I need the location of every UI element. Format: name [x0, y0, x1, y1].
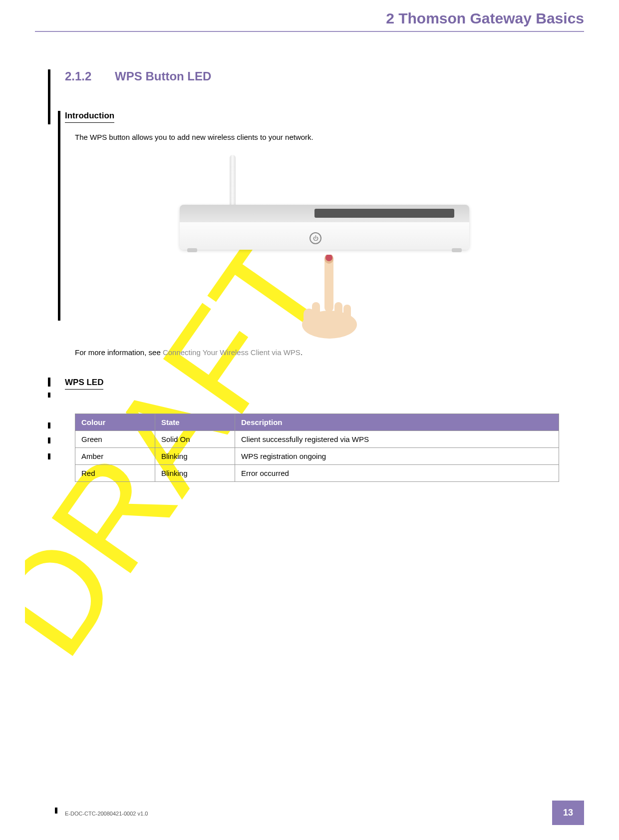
wps-button-icon: ⏻ [310, 232, 321, 244]
introduction-heading: Introduction [65, 111, 114, 123]
router-antenna [230, 155, 236, 210]
router-illustration: ⏻ [65, 147, 584, 337]
wps-link[interactable]: Connecting Your Wireless Client via WPS [163, 348, 301, 357]
col-header-description: Description [235, 414, 559, 431]
wps-led-table: Colour State Description Green Solid On … [75, 414, 559, 482]
col-header-colour: Colour [75, 414, 155, 431]
page-number: 13 [552, 801, 584, 825]
page-footer: E-DOC-CTC-20080421-0002 v1.0 13 [35, 801, 584, 825]
section-number: 2.1.2 [65, 69, 91, 83]
svg-rect-6 [343, 305, 351, 326]
col-header-state: State [155, 414, 235, 431]
header-divider [35, 31, 584, 32]
more-info-text: For more information, see Connecting You… [75, 347, 584, 358]
svg-rect-7 [304, 309, 314, 324]
section-heading: 2.1.2 WPS Button LED [65, 69, 584, 83]
svg-rect-5 [334, 302, 342, 327]
section-title: WPS Button LED [115, 69, 211, 83]
table-row: Amber Blinking WPS registration ongoing [75, 448, 559, 465]
table-header-row: Colour State Description [75, 414, 559, 431]
table-row: Red Blinking Error occurred [75, 465, 559, 482]
introduction-body: The WPS button allows you to add new wir… [75, 132, 584, 142]
chapter-number: 2 [386, 10, 394, 26]
table-row: Green Solid On Client successfully regis… [75, 431, 559, 448]
pointing-hand-icon [295, 255, 364, 340]
page-header: 2 Thomson Gateway Basics [35, 0, 584, 37]
wps-led-heading: WPS LED [65, 378, 103, 390]
document-id: E-DOC-CTC-20080421-0002 v1.0 [65, 811, 148, 817]
router-device: ⏻ [180, 205, 469, 250]
chapter-title: Thomson Gateway Basics [398, 10, 584, 26]
